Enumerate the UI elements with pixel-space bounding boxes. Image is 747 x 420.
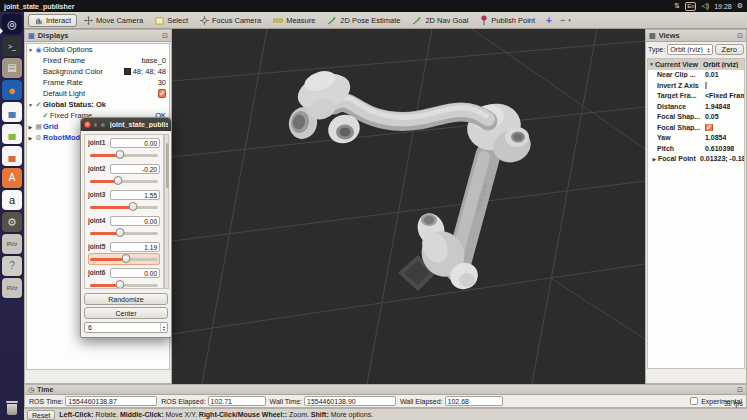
launcher-item-amazon[interactable]: a [2,190,22,210]
launcher-item-terminal[interactable]: >_ [2,36,22,56]
publish-point-tool-button[interactable]: Publish Point [475,14,540,27]
ros-elapsed-label: ROS Elapsed: [161,398,205,405]
launcher-item-rviz[interactable]: ◎ [2,14,22,34]
launcher-item-files[interactable]: ▤ [2,58,22,78]
globe-icon: ◉ [34,45,43,54]
slider-list-scrollbar[interactable] [164,134,169,289]
close-button[interactable] [84,121,91,128]
interact-tool-button[interactable]: Interact [28,14,77,27]
joint1-value-field[interactable]: 0.00 [110,138,160,148]
launcher-item-calc[interactable]: ▄ [2,124,22,144]
grid-icon: ▦ [34,122,43,131]
checkbox-unchecked[interactable] [705,82,707,89]
joint4-slider[interactable] [88,227,160,239]
slider-handle[interactable] [116,228,125,237]
3d-viewport[interactable]: DOOSAN [172,29,645,384]
wall-elapsed-field[interactable]: 102.68 [445,396,503,406]
scrollbar-handle[interactable] [166,143,169,188]
tree-row-near-clip[interactable]: Near Clip ... 0.01 [648,70,744,81]
displays-panel-header[interactable]: ▣ Displays ⊡ [25,30,171,42]
view-type-dropdown[interactable]: Orbit (rviz) ▴▾ [667,44,712,55]
launcher-item-rviz-doc1[interactable]: RViz [2,234,22,254]
center-button[interactable]: Center [84,307,168,319]
joint3-value-field[interactable]: 1.55 [110,190,160,200]
nav-goal-tool-button[interactable]: 2D Nav Goal [407,14,473,27]
keyboard-layout-indicator[interactable]: En [685,2,696,11]
ros-time-field[interactable]: 1554460138.87 [65,396,157,406]
tree-row-fixed-frame[interactable]: Fixed Frame base_0 [27,55,169,66]
measure-tool-button[interactable]: Measure [268,14,320,27]
ros-time-label: ROS Time: [29,398,63,405]
ruler-icon [273,16,283,24]
displays-icon: ▣ [28,32,35,40]
volume-icon[interactable]: ◁) [701,1,709,11]
spinbox-arrows-icon[interactable]: ▴▾ [160,323,167,332]
launcher-item-settings[interactable]: ⚙ [2,212,22,232]
tree-row-current-view[interactable]: ▼ Current View Orbit (rviz) [648,59,744,70]
joint6-slider[interactable] [88,279,160,289]
ros-elapsed-field[interactable]: 102.71 [208,396,266,406]
tree-row-pitch[interactable]: Pitch 0.610398 [648,143,744,154]
rate-spinbox[interactable]: 6 ▴▾ [84,322,168,333]
move-camera-tool-button[interactable]: Move Camera [79,14,148,27]
launcher-item-rviz-doc2[interactable]: RViz [2,278,22,298]
hand-icon [34,16,43,25]
maximize-button[interactable] [100,122,106,128]
window-titlebar[interactable]: joint_state_publish [81,118,171,131]
panel-collapse-icon[interactable]: ⊡ [737,32,743,40]
joint2-slider[interactable] [88,175,160,187]
joint5-value-field[interactable]: 1.19 [110,242,160,252]
tree-row-focal-point[interactable]: ▶ Focal Point 0.01323; -0.1880... [648,154,744,165]
reset-button[interactable]: Reset [27,410,55,420]
tree-row-global-options[interactable]: ▼ ◉ Global Options [27,44,169,55]
panel-collapse-icon[interactable]: ⊡ [737,386,743,394]
checkbox-checked[interactable]: ✓ [158,89,166,98]
tree-row-default-light[interactable]: Default Light ✓ [27,88,169,99]
slider-handle[interactable] [122,254,131,263]
remove-tool-button[interactable]: −▾ [558,14,573,27]
launcher-item-unknown[interactable]: ? [2,256,22,276]
trash-icon[interactable] [3,401,21,417]
launcher-item-impress[interactable]: ▄ [2,146,22,166]
panel-collapse-icon[interactable]: ⊡ [162,32,168,40]
experimental-checkbox[interactable] [690,397,698,405]
joint4-value-field[interactable]: 0.00 [110,216,160,226]
tree-row-distance[interactable]: Distance 1.94848 [648,101,744,112]
tree-row-background-color[interactable]: Background Color 48; 48; 48 [27,66,169,77]
wall-time-field[interactable]: 1554460138.90 [304,396,396,406]
tree-row-focal-shape-fixed[interactable]: Focal Shap... ✓ [648,122,744,133]
wall-elapsed-label: Wall Elapsed: [400,398,443,405]
add-tool-button[interactable]: + [542,14,556,27]
time-panel-header[interactable]: ◷ Time ⊡ [25,385,746,395]
clock[interactable]: 19:28 [714,3,732,10]
select-tool-button[interactable]: Select [150,14,193,27]
tree-row-target-frame[interactable]: Target Fra... <Fixed Frame> [648,91,744,102]
tree-row-frame-rate[interactable]: Frame Rate 30 [27,77,169,88]
text-switcher-icon[interactable]: ⇅ [674,1,680,11]
joint2-value-field[interactable]: -0.20 [110,164,160,174]
zero-button[interactable]: Zero [715,44,744,55]
joint5-slider[interactable] [88,253,160,265]
launcher-item-software[interactable]: A [2,168,22,188]
joint3-slider[interactable] [88,201,160,213]
joint1-slider[interactable] [88,149,160,161]
slider-handle[interactable] [116,280,125,289]
tree-row-yaw[interactable]: Yaw 1.0854 [648,133,744,144]
slider-handle[interactable] [129,202,138,211]
launcher-item-writer[interactable]: ▄ [2,102,22,122]
randomize-button[interactable]: Randomize [84,293,168,305]
tree-row-focal-shape-size[interactable]: Focal Shap... 0.05 [648,112,744,123]
tree-row-invert-z[interactable]: Invert Z Axis [648,80,744,91]
views-panel-header[interactable]: ▤ Views ⊡ [646,30,746,42]
slider-handle[interactable] [114,176,123,185]
focus-camera-tool-button[interactable]: Focus Camera [195,14,266,27]
pose-estimate-tool-button[interactable]: 2D Pose Estimate [322,14,405,27]
minimize-button[interactable] [93,122,99,128]
checkbox-checked[interactable]: ✓ [705,124,713,131]
slider-handle[interactable] [116,150,125,159]
tree-row-global-status[interactable]: ▼ ✓ Global Status: Ok [27,99,169,110]
joint6-value-field[interactable]: 0.00 [110,268,160,278]
joint5-block: joint51.19 [85,239,163,265]
session-gear-icon[interactable]: ⚙ [737,1,743,11]
launcher-item-firefox[interactable]: ● [2,80,22,100]
